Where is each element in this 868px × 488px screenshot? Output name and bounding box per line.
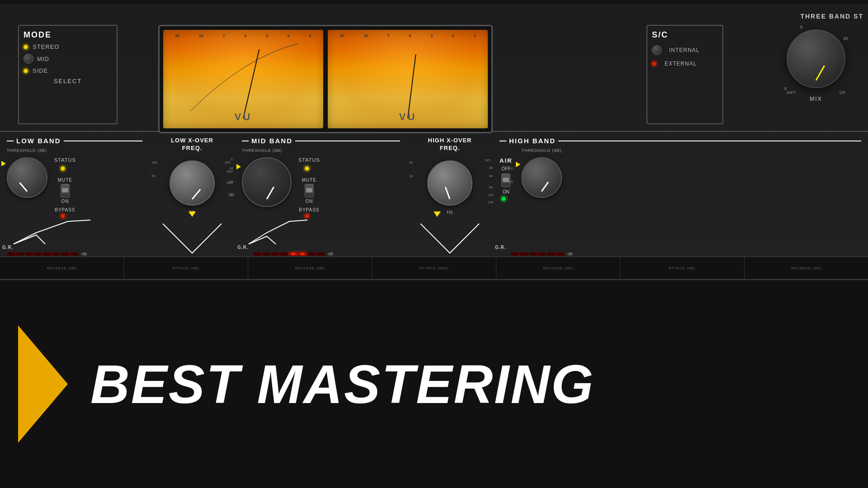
high-xover-title: HIGH X-OVER FREQ. (428, 133, 472, 156)
hb-gr-led-2 (520, 252, 528, 256)
mb-threshold-pointer (236, 164, 241, 169)
low-on-label: ON (61, 199, 69, 204)
mid-gr-led-5 (289, 252, 297, 256)
mb-title-text: MID BAND (251, 137, 292, 145)
low-bypass-label: BYPASS (55, 207, 75, 212)
high-db-label: -dB (566, 252, 573, 256)
wet-dry-indicator (816, 66, 825, 81)
low-gr-led-1 (7, 252, 15, 256)
low-xover-section: LOW X-OVER FREQ. 200 400 800 1k3 100 50 … (149, 133, 235, 273)
lb-line-right (64, 141, 143, 141)
mid-bypass-led (305, 214, 309, 218)
hb-gr-led-5 (547, 252, 555, 256)
hb-line-left (500, 141, 506, 141)
high-band-controls: AIR OFF ON THRESHOLD (dB) 0 -10 -20 (493, 148, 868, 201)
mode-section: MODE STEREO MID SIDE SELECT (18, 25, 118, 124)
lx-arrow-pointer (189, 211, 196, 217)
mid-knob[interactable] (24, 54, 33, 64)
high-gr-leds: -dB (511, 252, 573, 256)
high-threshold-indicator (541, 182, 549, 192)
hb-scale-m20: -20 (508, 180, 513, 184)
mid-gr-leds: -dB (253, 252, 333, 256)
hx-scale-4k: 4k (489, 174, 493, 178)
external-label: EXTERNAL (665, 61, 697, 67)
vu-meter-right: 20 10 7 5 3 0 3 VU RIGHT (328, 30, 488, 128)
lx-scale-100: 100 (151, 160, 157, 164)
lb-threshold-pointer (1, 161, 6, 166)
hb-gr-led-6 (556, 252, 564, 256)
mid-on-label: ON (305, 199, 313, 204)
mid-gr-led-3 (271, 252, 279, 256)
vu-left-label: VU (163, 111, 323, 123)
param-label-1: RELEASE (dB) (47, 266, 77, 270)
high-xover-section: HIGH X-OVER FREQ. 2k5 3k 4k 8k 10k 14k 2… (407, 133, 493, 273)
low-threshold-indicator (19, 182, 28, 192)
sc-internal-item: INTERNAL (652, 45, 718, 55)
hb-scale-0: 0 (510, 157, 512, 161)
low-xover-knob[interactable] (170, 160, 215, 206)
high-xover-knob[interactable] (427, 160, 472, 206)
high-threshold-col: THRESHOLD (dB) 0 -10 -20 (521, 148, 562, 198)
sc-section: S/C INTERNAL EXTERNAL (646, 25, 723, 124)
low-curve-svg (0, 219, 149, 246)
low-band-section: LOW BAND THRESHOLD (dB) 0 -10 -20 -30 (0, 133, 149, 273)
low-gr-led-7 (61, 252, 69, 256)
mid-curve-svg (235, 219, 321, 246)
vu-meter-left: 20 10 7 5 3 0 3 VU LEFT (163, 30, 323, 128)
param-label-3: RELEASE (dB) (295, 266, 325, 270)
mix-label: MIX (787, 96, 845, 102)
mid-gr-led-4 (280, 252, 288, 256)
mode-stereo-item: STEREO (24, 43, 112, 50)
hx-scale-8k: 8k (489, 185, 493, 189)
air-section: AIR OFF ON (500, 157, 512, 201)
low-mute-on-switch[interactable]: MUTE ON (58, 178, 72, 204)
lb-line-left (7, 141, 14, 141)
mid-knob-area: 0 -10 -20 -30 (242, 157, 292, 207)
param-cell-1: RELEASE (dB) (0, 257, 124, 279)
high-xover-scale-area: 2k5 3k 4k 8k 10k 14k 2k 1k Hz (407, 160, 493, 215)
panel: THREE BAND ST MODE STEREO MID SIDE SELEC… (0, 0, 868, 279)
wet-dry-knob[interactable] (787, 29, 845, 88)
mid-threshold-label: THRESHOLD (dB) (242, 148, 282, 153)
mb-scale-m10: -10 (228, 166, 234, 170)
mid-threshold-knob[interactable] (242, 157, 292, 207)
hb-scale-m10: -10 (508, 166, 513, 170)
mid-threshold-indicator (266, 187, 274, 200)
low-threshold-knob[interactable] (7, 157, 47, 198)
mb-line-right (295, 141, 400, 141)
mode-mid-item[interactable]: MID (24, 54, 112, 64)
hb-threshold-pointer (516, 162, 520, 167)
vu-meters-container: 20 10 7 5 3 0 3 VU LEFT (158, 25, 493, 133)
low-status-label: STATUS (54, 157, 76, 163)
sc-internal-switch[interactable] (652, 45, 662, 55)
side-led (24, 69, 28, 73)
low-switch[interactable] (61, 184, 70, 197)
param-label-4: ATTACK (MID) (420, 266, 449, 270)
hx-arrow-pointer (434, 211, 441, 217)
hb-gr-led-1 (511, 252, 519, 256)
yellow-arrow-icon (18, 325, 68, 443)
mid-mute-on-switch[interactable]: MUTE ON (302, 178, 316, 204)
high-threshold-label: THRESHOLD (dB) (521, 148, 561, 153)
mode-side-item: SIDE (24, 67, 112, 74)
sc-title: S/C (652, 30, 718, 40)
mid-status-led (305, 166, 309, 171)
hb-line-right (558, 141, 861, 141)
low-status-col: STATUS MUTE ON BYPASS (54, 157, 76, 218)
mid-db-label: -dB (327, 252, 333, 256)
param-label-2: ATTACK (dB) (173, 266, 199, 270)
plugin-area: THREE BAND ST MODE STEREO MID SIDE SELEC… (0, 0, 868, 280)
lb-title-text: LOW BAND (16, 137, 61, 145)
wet-dry-section: 5 10 0 WET DR MIX (787, 29, 845, 102)
three-band-label: THREE BAND ST (800, 13, 863, 20)
param-row: RELEASE (dB) ATTACK (dB) RELEASE (dB) AT… (0, 256, 868, 279)
mid-gr-led-7 (307, 252, 316, 256)
param-label-6: ATTACK (dB) (669, 266, 695, 270)
mid-switch[interactable] (305, 184, 314, 197)
main-title: BEST MASTERING (90, 353, 594, 415)
air-on-label: ON (503, 189, 509, 194)
scale-10-mark: 10 (843, 36, 848, 41)
vu-right-label: VU (328, 111, 488, 123)
high-xover-v-svg (407, 219, 493, 255)
high-threshold-knob[interactable] (521, 157, 562, 198)
